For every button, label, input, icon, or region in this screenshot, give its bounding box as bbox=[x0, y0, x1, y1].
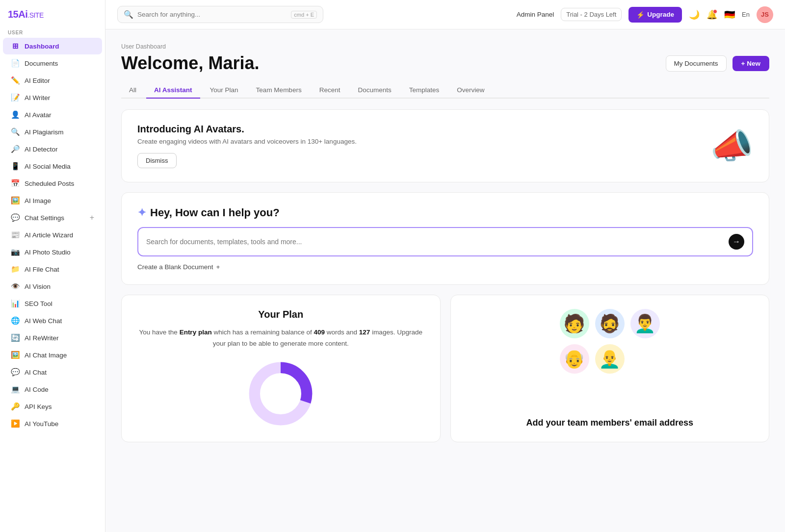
sidebar-item-ai-rewriter[interactable]: 🔄 AI ReWriter bbox=[3, 329, 102, 346]
chat-settings-plus[interactable]: + bbox=[90, 213, 94, 222]
sidebar-section-user: USER bbox=[0, 25, 105, 37]
sidebar-item-seo-tool[interactable]: 📊 SEO Tool bbox=[3, 295, 102, 312]
theme-toggle-button[interactable]: 🌙 bbox=[689, 9, 700, 20]
chat-settings-icon: 💬 bbox=[11, 213, 20, 222]
admin-panel-link[interactable]: Admin Panel bbox=[517, 11, 554, 18]
page-title: Welcome, Maria. bbox=[121, 53, 259, 74]
sidebar-item-label: API Keys bbox=[25, 403, 52, 410]
breadcrumb: User Dashboard bbox=[121, 43, 769, 50]
sidebar-item-ai-chat[interactable]: 💬 AI Chat bbox=[3, 364, 102, 380]
team-avatar-4: 👴 bbox=[560, 344, 589, 374]
ai-avatar-icon: 👤 bbox=[11, 110, 20, 119]
sidebar-item-ai-youtube[interactable]: ▶️ AI YouTube bbox=[3, 415, 102, 432]
header-actions: My Documents + New bbox=[666, 55, 769, 72]
sidebar-item-label: AI Chat Image bbox=[25, 352, 67, 359]
sidebar-item-ai-photo-studio[interactable]: 📷 AI Photo Studio bbox=[3, 244, 102, 260]
tab-templates[interactable]: Templates bbox=[401, 82, 447, 99]
sidebar-item-label: Dashboard bbox=[25, 43, 59, 50]
ai-editor-icon: ✏️ bbox=[11, 76, 20, 85]
sidebar-nav: ⊞ Dashboard 📄 Documents ✏️ AI Editor 📝 A… bbox=[0, 37, 105, 432]
ai-search-submit[interactable]: → bbox=[729, 234, 744, 250]
sidebar-item-ai-article-wizard[interactable]: 📰 AI Article Wizard bbox=[3, 227, 102, 243]
sidebar-item-ai-file-chat[interactable]: 📁 AI File Chat bbox=[3, 261, 102, 278]
sidebar-item-label: AI Photo Studio bbox=[25, 249, 71, 256]
sidebar-item-ai-editor[interactable]: ✏️ AI Editor bbox=[3, 72, 102, 89]
team-title: Add your team members' email address bbox=[526, 418, 693, 428]
sidebar-item-ai-writer[interactable]: 📝 AI Writer bbox=[3, 89, 102, 106]
sidebar-item-label: SEO Tool bbox=[25, 300, 52, 307]
ai-file-chat-icon: 📁 bbox=[11, 265, 20, 274]
sidebar-item-ai-plagiarism[interactable]: 🔍 AI Plagiarism bbox=[3, 124, 102, 140]
sidebar-item-chat-settings[interactable]: 💬 Chat Settings + bbox=[3, 209, 102, 226]
ai-search-input[interactable] bbox=[146, 238, 725, 246]
sidebar-item-label: AI Image bbox=[25, 197, 51, 204]
sidebar-item-documents[interactable]: 📄 Documents bbox=[3, 55, 102, 72]
tab-all[interactable]: All bbox=[121, 82, 144, 99]
sidebar-item-api-keys[interactable]: 🔑 API Keys bbox=[3, 398, 102, 415]
team-avatar-1: 🧑 bbox=[560, 309, 589, 338]
sidebar-item-ai-image[interactable]: 🖼️ AI Image bbox=[3, 192, 102, 209]
sidebar-item-label: AI Chat bbox=[25, 369, 47, 376]
search-bar[interactable]: 🔍 cmd + E bbox=[117, 6, 323, 23]
language-selector[interactable]: En bbox=[742, 11, 750, 18]
tab-bar: AllAI AssistantYour PlanTeam MembersRece… bbox=[121, 82, 769, 99]
team-avatar-5: 👨‍🦲 bbox=[595, 344, 625, 374]
plan-donut-chart bbox=[246, 359, 315, 428]
sidebar-item-ai-detector[interactable]: 🔎 AI Detector bbox=[3, 141, 102, 157]
dismiss-button[interactable]: Dismiss bbox=[137, 153, 177, 168]
sidebar-item-label: AI File Chat bbox=[25, 266, 59, 273]
my-documents-button[interactable]: My Documents bbox=[666, 55, 727, 72]
plan-title: Your Plan bbox=[137, 309, 424, 320]
user-avatar[interactable]: JS bbox=[757, 6, 773, 23]
sidebar-item-ai-code[interactable]: 💻 AI Code bbox=[3, 381, 102, 398]
tab-ai-assistant[interactable]: AI Assistant bbox=[146, 82, 200, 99]
plus-icon: + bbox=[216, 263, 220, 271]
ai-chat-image-icon: 🖼️ bbox=[11, 351, 20, 359]
ai-youtube-icon: ▶️ bbox=[11, 419, 20, 428]
tab-team-members[interactable]: Team Members bbox=[248, 82, 310, 99]
sparkle-icon: ✦ bbox=[137, 206, 146, 219]
tab-overview[interactable]: Overview bbox=[449, 82, 492, 99]
sidebar-item-ai-chat-image[interactable]: 🖼️ AI Chat Image bbox=[3, 347, 102, 363]
main-content: 🔍 cmd + E Admin Panel Trial - 2 Days Lef… bbox=[105, 0, 785, 532]
sidebar-item-ai-vision[interactable]: 👁️ AI Vision bbox=[3, 278, 102, 295]
page-content: User Dashboard Welcome, Maria. My Docume… bbox=[105, 29, 785, 532]
sidebar-item-label: AI Detector bbox=[25, 146, 58, 153]
logo: 15Ai.SITE bbox=[0, 0, 105, 25]
banner-icon: 📣 bbox=[710, 129, 753, 163]
sidebar-item-scheduled-posts[interactable]: 📅 Scheduled Posts bbox=[3, 175, 102, 192]
bottom-row: Your Plan You have the Entry plan which … bbox=[121, 295, 769, 442]
create-blank-button[interactable]: Create a Blank Document + bbox=[137, 263, 753, 271]
team-card: 🧑 🧔 👨‍🦱 👴 👨‍🦲 Add your team members' ema… bbox=[450, 295, 770, 442]
ai-article-wizard-icon: 📰 bbox=[11, 230, 20, 239]
ai-rewriter-icon: 🔄 bbox=[11, 333, 20, 342]
ai-social-media-icon: 📱 bbox=[11, 162, 20, 171]
ai-detector-icon: 🔎 bbox=[11, 145, 20, 153]
sidebar-item-label: AI Writer bbox=[25, 94, 50, 101]
search-input[interactable] bbox=[137, 11, 287, 18]
team-avatars: 🧑 🧔 👨‍🦱 👴 👨‍🦲 bbox=[560, 309, 660, 374]
sidebar-item-ai-avatar[interactable]: 👤 AI Avatar bbox=[3, 106, 102, 123]
page-header: Welcome, Maria. My Documents + New bbox=[121, 53, 769, 74]
tab-documents[interactable]: Documents bbox=[350, 82, 399, 99]
sidebar-item-ai-social-media[interactable]: 📱 AI Social Media bbox=[3, 158, 102, 175]
tab-recent[interactable]: Recent bbox=[312, 82, 348, 99]
sidebar-item-label: AI Article Wizard bbox=[25, 231, 73, 239]
seo-tool-icon: 📊 bbox=[11, 299, 20, 308]
dashboard-icon: ⊞ bbox=[11, 42, 20, 51]
search-shortcut: cmd + E bbox=[291, 11, 317, 19]
sidebar-item-label: Documents bbox=[25, 60, 58, 67]
sidebar-item-ai-web-chat[interactable]: 🌐 AI Web Chat bbox=[3, 312, 102, 329]
sidebar-item-label: AI Plagiarism bbox=[25, 128, 64, 136]
notifications-button[interactable]: 🔔 bbox=[706, 9, 717, 20]
sidebar-item-label: AI Avatar bbox=[25, 111, 52, 119]
top-navigation: 🔍 cmd + E Admin Panel Trial - 2 Days Lef… bbox=[105, 0, 785, 29]
tab-your-plan[interactable]: Your Plan bbox=[202, 82, 246, 99]
ai-search-bar[interactable]: → bbox=[137, 227, 753, 256]
upgrade-button[interactable]: ⚡ Upgrade bbox=[628, 7, 682, 23]
ai-chat-icon: 💬 bbox=[11, 368, 20, 377]
sidebar-item-dashboard[interactable]: ⊞ Dashboard bbox=[3, 38, 102, 54]
scheduled-posts-icon: 📅 bbox=[11, 179, 20, 188]
ai-plagiarism-icon: 🔍 bbox=[11, 127, 20, 136]
new-button[interactable]: + New bbox=[733, 56, 769, 71]
